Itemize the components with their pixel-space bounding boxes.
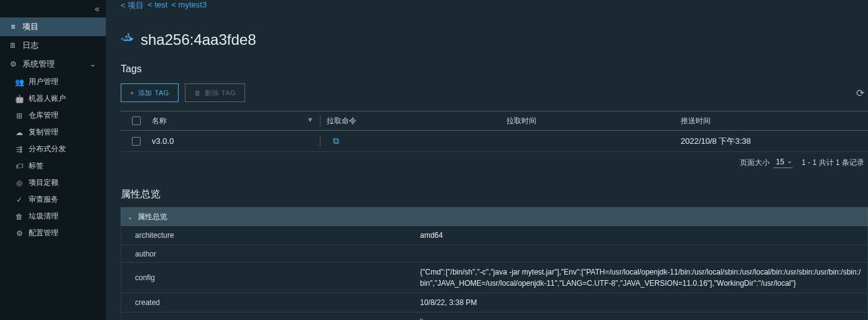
registry-icon: ⊞	[15, 111, 24, 120]
tags-section-title: Tags	[121, 64, 868, 75]
breadcrumb: < 项目 < test < mytest3	[121, 0, 868, 11]
breadcrumb-item[interactable]: < mytest3	[171, 0, 207, 11]
prop-row: config{"Cmd":["/bin/sh","-c","java -jar …	[121, 263, 868, 293]
page-size-select[interactable]: 15	[773, 158, 793, 168]
trash-icon: 🗑	[194, 89, 202, 96]
table-footer: 页面大小 15 1 - 1 共计 1 条记录	[121, 152, 868, 173]
prop-key: created	[121, 294, 420, 311]
button-label: 添加 TAG	[138, 88, 169, 98]
sidebar-item-quotas[interactable]: ◎项目定额	[0, 174, 106, 191]
docker-icon	[121, 33, 134, 47]
sidebar-item-gc[interactable]: 🗑垃圾清理	[0, 208, 106, 225]
prop-key: architecture	[121, 227, 420, 243]
sidebar-item-label: 标签	[29, 161, 44, 171]
sidebar-item-label: 日志	[22, 40, 39, 51]
chevron-down-icon: ⌄	[88, 60, 97, 68]
remove-tag-button[interactable]: 🗑 删除 TAG	[185, 83, 245, 102]
overview-section-title: 属性总览	[121, 188, 868, 201]
page-title: sha256:4aa3fde8	[141, 31, 256, 49]
gear-icon: ⚙	[15, 229, 24, 238]
sidebar-item-label: 垃圾清理	[29, 211, 58, 222]
prop-row: architectureamd64	[121, 226, 868, 245]
page-range: 1 - 1 共计 1 条记录	[801, 158, 864, 168]
admin-icon: ⚙	[9, 60, 17, 68]
sidebar-item-label: 用户管理	[29, 77, 58, 87]
robot-icon: 🤖	[15, 95, 24, 103]
sidebar-item-users[interactable]: 👥用户管理	[0, 73, 106, 90]
sidebar-item-distribution[interactable]: ⇶分布式分发	[0, 141, 106, 158]
sidebar-collapse[interactable]: «	[0, 0, 106, 17]
prop-key: author	[121, 246, 420, 262]
prop-key: os	[121, 314, 420, 320]
sidebar-item-label: 机器人账户	[29, 93, 66, 104]
prop-key: config	[121, 270, 420, 286]
sidebar-item-labels[interactable]: 🏷标签	[0, 158, 106, 174]
add-tag-button[interactable]: + 添加 TAG	[121, 83, 179, 102]
sidebar-item-interrogation[interactable]: ✓审查服务	[0, 191, 106, 208]
quota-icon: ◎	[15, 179, 24, 187]
sidebar-item-projects[interactable]: ≡ 项目	[0, 17, 106, 36]
prop-val	[420, 250, 867, 258]
chevron-left-icon: «	[95, 4, 100, 14]
sidebar-item-logs[interactable]: 🗎 日志	[0, 36, 106, 55]
sidebar-item-label: 复制管理	[29, 127, 58, 138]
sidebar-item-label: 项目定额	[29, 177, 58, 188]
col-header-name[interactable]: 名称▼	[146, 116, 320, 126]
prop-val: amd64	[420, 226, 867, 245]
cell-pushtime: 2022/10/8 下午3:38	[674, 136, 868, 147]
prop-val: 10/8/22, 3:38 PM	[420, 293, 867, 312]
table-row[interactable]: v3.0.0 ⧉ 2022/10/8 下午3:38	[121, 131, 868, 152]
row-checkbox[interactable]	[132, 137, 141, 146]
copy-icon[interactable]: ⧉	[333, 136, 339, 146]
overview-panel-header[interactable]: ⌄ 属性总览	[121, 207, 868, 226]
sidebar-item-label: 审查服务	[29, 194, 58, 205]
tags-table: 名称▼ 拉取命令 拉取时间 推送时间 v3.0.0 ⧉ 2022/10/8 下午…	[121, 111, 868, 173]
tag-icon: 🏷	[15, 162, 24, 171]
breadcrumb-item[interactable]: < 项目	[121, 0, 144, 11]
trash-icon: 🗑	[15, 212, 24, 221]
logs-icon: 🗎	[9, 41, 17, 50]
sidebar-item-config[interactable]: ⚙配置管理	[0, 225, 106, 242]
prop-val: linux	[420, 313, 867, 320]
cell-name: v3.0.0	[146, 136, 320, 146]
main-content: < 项目 < test < mytest3 sha256:4aa3fde8 Ta…	[106, 0, 868, 320]
col-header-pullcmd[interactable]: 拉取命令	[320, 115, 500, 126]
filter-icon[interactable]: ▼	[307, 116, 314, 123]
prop-row: author	[121, 245, 868, 263]
sidebar-item-admin[interactable]: ⚙ 系统管理 ⌄	[0, 55, 106, 73]
sidebar-item-robots[interactable]: 🤖机器人账户	[0, 90, 106, 107]
sidebar-item-label: 系统管理	[22, 59, 55, 70]
refresh-button[interactable]: ⟳	[856, 87, 864, 99]
chevron-down-icon: ⌄	[128, 214, 133, 220]
sidebar-item-label: 项目	[22, 21, 39, 32]
prop-row: created10/8/22, 3:38 PM	[121, 293, 868, 313]
cloud-icon: ☁	[15, 128, 24, 137]
breadcrumb-item[interactable]: < test	[147, 0, 167, 11]
sidebar-item-label: 分布式分发	[29, 144, 66, 154]
page-size-label: 页面大小	[740, 158, 770, 168]
shield-icon: ✓	[15, 195, 24, 204]
projects-icon: ≡	[9, 22, 17, 31]
sidebar: « ≡ 项目 🗎 日志 ⚙ 系统管理 ⌄ 👥用户管理 🤖机器人账户 ⊞仓库管理 …	[0, 0, 106, 320]
col-header-pushtime[interactable]: 推送时间	[674, 116, 868, 126]
prop-row: oslinux	[121, 313, 868, 320]
plus-icon: +	[130, 89, 134, 96]
prop-val: {"Cmd":["/bin/sh","-c","java -jar mytest…	[420, 263, 867, 293]
select-all-checkbox[interactable]	[132, 116, 141, 125]
button-label: 删除 TAG	[205, 88, 236, 98]
users-icon: 👥	[15, 78, 24, 87]
col-header-pulltime[interactable]: 拉取时间	[500, 116, 674, 126]
sidebar-item-replication[interactable]: ☁复制管理	[0, 124, 106, 141]
share-icon: ⇶	[15, 145, 24, 154]
panel-title: 属性总览	[138, 212, 167, 222]
sidebar-item-registries[interactable]: ⊞仓库管理	[0, 107, 106, 124]
table-header: 名称▼ 拉取命令 拉取时间 推送时间	[121, 111, 868, 131]
sidebar-item-label: 配置管理	[29, 228, 58, 238]
sidebar-item-label: 仓库管理	[29, 110, 58, 121]
